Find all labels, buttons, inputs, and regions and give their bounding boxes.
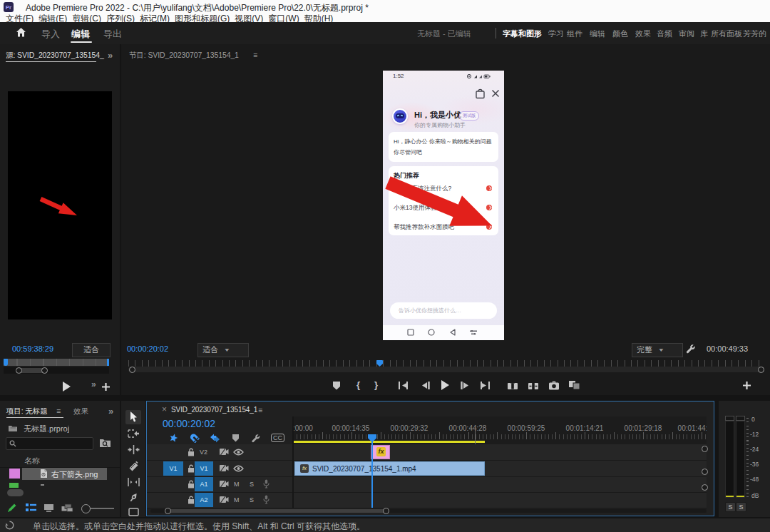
timeline-tab[interactable]: SVID_20230707_135154_1: [171, 406, 257, 414]
timeline-snap-magnet-icon[interactable]: [189, 433, 200, 443]
workspace-libraries[interactable]: 库: [700, 29, 708, 39]
source-zoom-handle-right[interactable]: [41, 367, 48, 374]
nav-tab-export[interactable]: 导出: [103, 28, 122, 41]
project-freeform-view-icon[interactable]: [61, 503, 73, 513]
timeline-panel-menu-icon[interactable]: ≡: [258, 406, 262, 414]
a2-voiceover-mic-icon[interactable]: [263, 495, 270, 504]
tool-rectangle-icon[interactable]: [128, 508, 139, 516]
v2-lock-icon[interactable]: [188, 448, 195, 456]
menu-window[interactable]: 窗口(W): [268, 13, 299, 22]
nav-recents-icon[interactable]: [407, 329, 414, 336]
workspace-custom[interactable]: 芳芳的: [743, 29, 766, 39]
project-list-header-name[interactable]: 名称: [24, 456, 40, 466]
source-play-button[interactable]: [61, 381, 71, 392]
project-item2-color-chip-green[interactable]: [9, 483, 19, 488]
program-add-marker-icon[interactable]: [332, 381, 341, 390]
program-zoom-handle-left[interactable]: [129, 367, 135, 373]
program-add-button-icon[interactable]: [742, 381, 751, 390]
source-scrub-ruler[interactable]: [4, 359, 109, 366]
timeline-hscroll-handle-left[interactable]: [165, 508, 171, 514]
menu-file[interactable]: 文件(F): [6, 13, 34, 22]
workspace-effects[interactable]: 效果: [635, 29, 651, 39]
project-panel-tab[interactable]: 项目: 无标题: [6, 406, 48, 416]
timeline-settings-wrench-icon[interactable]: [251, 434, 261, 443]
workspace-assembly[interactable]: 组件: [567, 29, 582, 39]
source-more-buttons-chevron[interactable]: »: [91, 379, 96, 389]
program-scrub-ruler[interactable]: [128, 360, 764, 367]
timeline-vscroll-handle-3[interactable]: [702, 484, 708, 491]
source-monitor-tab[interactable]: 源: SVID_20230707_135154_: [6, 51, 104, 61]
project-zoom-slider-handle[interactable]: [81, 504, 91, 513]
a1-track-target[interactable]: A1: [195, 477, 213, 491]
program-comparison-view-icon[interactable]: [568, 380, 580, 390]
sync-status-icon[interactable]: [5, 521, 14, 530]
workspace-all-panels[interactable]: 所有面板: [711, 29, 742, 39]
v2-toggle-output-eye-icon[interactable]: [233, 449, 244, 456]
tool-ripple-edit-icon[interactable]: [128, 445, 140, 454]
program-goto-in-icon[interactable]: [398, 381, 409, 390]
program-quality-select[interactable]: 完整▼: [632, 343, 683, 357]
a1-mute-button[interactable]: M: [234, 481, 240, 488]
v1-source-patch[interactable]: V1: [163, 461, 183, 476]
nav-back-icon[interactable]: [449, 329, 456, 336]
menu-graphics[interactable]: 图形和标题(G): [175, 13, 230, 22]
clip-v2-arrow-png[interactable]: fx: [371, 445, 390, 459]
program-timecode[interactable]: 00:00:20:02: [127, 344, 168, 353]
timeline-captions-icon[interactable]: CC: [271, 434, 284, 442]
project-search-field[interactable]: [6, 437, 93, 450]
menu-markers[interactable]: 标记(M): [140, 13, 170, 22]
timeline-hscrollbar-thumb[interactable]: [168, 509, 386, 513]
a2-mute-button[interactable]: M: [234, 496, 240, 503]
project-panel-chevron[interactable]: »: [108, 406, 113, 416]
timeline-vscroll-handle-2[interactable]: [702, 469, 708, 475]
timeline-linked-selection-icon[interactable]: [210, 434, 220, 443]
a1-lock-icon[interactable]: [188, 480, 195, 488]
workspace-review[interactable]: 审阅: [679, 29, 694, 39]
menu-sequence[interactable]: 序列(S): [106, 13, 135, 22]
project-icon-view-icon[interactable]: [43, 503, 54, 512]
a1-sync-lock-icon[interactable]: [219, 480, 229, 488]
v1-track-target[interactable]: V1: [195, 461, 213, 476]
source-playhead[interactable]: [4, 359, 8, 366]
timeline-nest-toggle-icon[interactable]: [168, 434, 179, 443]
source-add-button-icon[interactable]: [101, 382, 111, 392]
timeline-tab-close-icon[interactable]: ×: [162, 404, 167, 414]
program-lift-icon[interactable]: [507, 381, 518, 390]
meter-solo-right-button[interactable]: S: [736, 502, 746, 512]
program-step-forward-icon[interactable]: [461, 381, 469, 390]
program-zoom-handle-right[interactable]: [758, 367, 764, 373]
source-zoom-handle-left[interactable]: [16, 367, 22, 374]
program-mark-out-icon[interactable]: }: [374, 379, 378, 390]
nav-home-icon[interactable]: [428, 329, 435, 336]
program-mark-in-icon[interactable]: {: [356, 379, 360, 390]
project-list-view-icon[interactable]: [26, 503, 36, 512]
a1-solo-button[interactable]: S: [250, 481, 254, 488]
source-timecode[interactable]: 00:59:38:29: [12, 344, 53, 353]
program-step-back-icon[interactable]: [421, 381, 430, 390]
menu-help[interactable]: 帮助(H): [304, 13, 334, 22]
program-monitor-tab[interactable]: 节目: SVID_20230707_135154_1: [129, 51, 239, 61]
menu-view[interactable]: 视图(V): [235, 13, 263, 22]
program-panel-menu-icon[interactable]: ≡: [253, 51, 257, 59]
tool-slip-icon[interactable]: [128, 478, 140, 486]
tool-selection-icon[interactable]: [130, 411, 138, 423]
home-icon[interactable]: [16, 27, 26, 38]
project-item-name[interactable]: 右下箭头.png: [51, 469, 98, 480]
project-item-color-chip-pink[interactable]: [9, 469, 20, 479]
program-export-frame-icon[interactable]: [548, 381, 560, 390]
work-area-bar[interactable]: [293, 441, 485, 443]
workspace-learning[interactable]: 学习: [548, 29, 564, 39]
program-goto-out-icon[interactable]: [480, 381, 491, 390]
v1-sync-lock-icon[interactable]: [219, 464, 229, 472]
source-zoom-select[interactable]: 适合: [72, 343, 111, 357]
workspace-captions-graphics[interactable]: 字幕和图形: [503, 29, 542, 39]
timeline-hscroll-handle-right[interactable]: [383, 508, 389, 514]
v2-track-label[interactable]: V2: [200, 449, 207, 456]
workspace-editing[interactable]: 编辑: [590, 29, 605, 39]
a2-track-target[interactable]: A2: [195, 493, 213, 507]
project-hscrollbar-thumb[interactable]: [7, 489, 24, 496]
phone-close-icon[interactable]: [491, 89, 500, 98]
program-play-button[interactable]: [440, 379, 450, 391]
timeline-add-marker-icon[interactable]: [232, 434, 240, 442]
nav-extra-icon[interactable]: [469, 329, 478, 336]
